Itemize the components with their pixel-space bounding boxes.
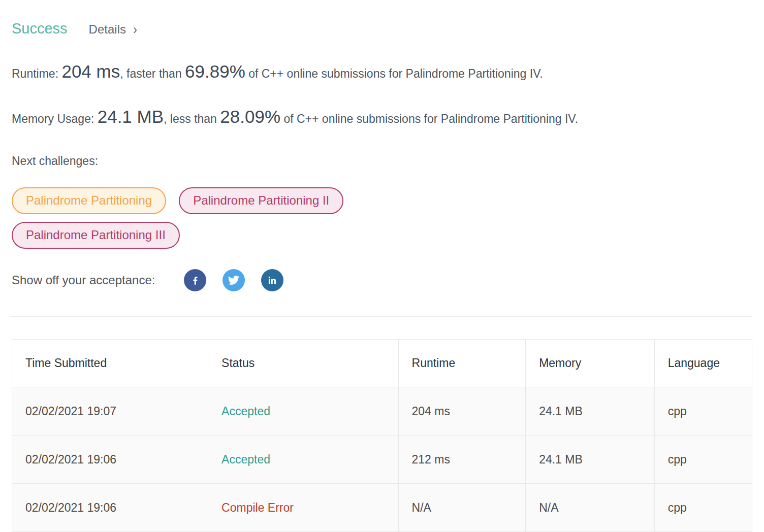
cell-runtime: 204 ms [398,387,526,436]
chevron-right-icon: › [133,21,137,38]
table-row: 02/02/2021 19:06 Compile Error N/A N/A c… [12,484,752,532]
submissions-table: Time Submitted Status Runtime Memory Lan… [12,339,752,532]
col-header-time-submitted: Time Submitted [12,340,208,387]
memory-percentile: 28.09% [220,107,280,126]
memory-stat-line: Memory Usage: 24.1 MB, less than 28.09% … [12,107,752,129]
cell-memory: N/A [526,484,655,532]
cell-language: cpp [654,436,752,484]
cell-status-link[interactable]: Accepted [208,387,398,436]
challenge-tag-palindrome-partitioning[interactable]: Palindrome Partitioning [12,187,166,214]
twitter-icon[interactable] [222,269,245,291]
challenge-tags: Palindrome Partitioning Palindrome Parti… [12,187,418,249]
cell-time: 02/02/2021 19:06 [12,484,208,532]
cell-time: 02/02/2021 19:07 [12,387,208,436]
share-label: Show off your acceptance: [12,273,155,287]
table-row: 02/02/2021 19:06 Accepted 212 ms 24.1 MB… [12,436,752,484]
runtime-label: Runtime: [12,67,58,80]
success-status: Success [12,20,68,37]
challenge-tag-palindrome-partitioning-ii[interactable]: Palindrome Partitioning II [179,187,343,214]
social-icons [184,269,283,291]
cell-language: cpp [654,387,752,436]
runtime-connector: , faster than [120,67,181,80]
share-row: Show off your acceptance: [12,269,752,291]
runtime-value: 204 ms [61,61,120,81]
table-header-row: Time Submitted Status Runtime Memory Lan… [12,340,752,387]
runtime-percentile: 69.89% [185,61,245,81]
cell-status-link[interactable]: Accepted [208,436,398,484]
runtime-stat-line: Runtime: 204 ms, faster than 69.89% of C… [12,61,752,84]
memory-suffix: of C++ online submissions for Palindrome… [283,112,578,125]
submission-result-page: Success Details› Runtime: 204 ms, faster… [0,0,764,532]
cell-language: cpp [654,484,752,532]
col-header-language: Language [654,340,752,387]
divider [10,316,752,317]
result-header: Success Details› [12,20,752,37]
next-challenges-label: Next challenges: [12,154,752,168]
facebook-icon[interactable] [184,269,206,291]
linkedin-icon[interactable] [261,269,283,291]
cell-memory: 24.1 MB [526,436,655,484]
memory-value: 24.1 MB [98,107,164,126]
cell-runtime: N/A [398,484,526,532]
details-link[interactable]: Details› [89,22,137,37]
cell-status-link[interactable]: Compile Error [208,484,398,532]
memory-connector: , less than [164,112,217,125]
challenge-tag-palindrome-partitioning-iii[interactable]: Palindrome Partitioning III [12,222,180,249]
table-row: 02/02/2021 19:07 Accepted 204 ms 24.1 MB… [12,387,752,436]
cell-memory: 24.1 MB [526,387,655,436]
cell-time: 02/02/2021 19:06 [12,436,208,484]
details-label: Details [89,22,126,37]
runtime-suffix: of C++ online submissions for Palindrome… [248,67,543,80]
col-header-status: Status [208,340,398,387]
cell-runtime: 212 ms [398,436,526,484]
col-header-memory: Memory [526,340,655,387]
col-header-runtime: Runtime [398,340,526,387]
memory-label: Memory Usage: [12,112,94,125]
